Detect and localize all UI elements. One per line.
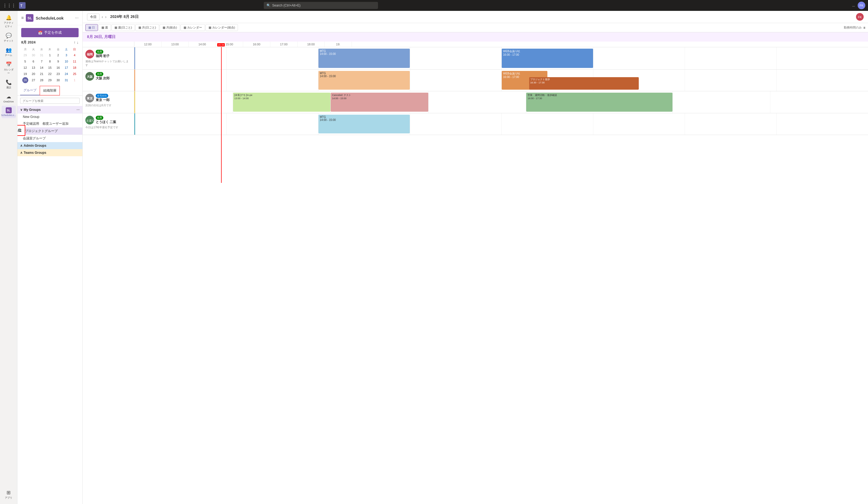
sidebar-item-teams[interactable]: 👥 チーム bbox=[2, 45, 16, 59]
cal-day[interactable]: 1 bbox=[47, 52, 53, 58]
activity-icon: 🔔 bbox=[6, 15, 12, 21]
grid-icon[interactable]: ⋮⋮⋮ bbox=[3, 3, 16, 8]
cal-day[interactable]: 29 bbox=[22, 52, 28, 58]
cal-day[interactable]: 5 bbox=[22, 59, 28, 64]
event-mtg-tohoku[interactable]: MTG14:00 - 15:00 bbox=[320, 115, 409, 122]
event-mtg-osaka[interactable]: MTG14:00 - 15:00 bbox=[320, 72, 409, 78]
cal-day[interactable]: 25 bbox=[72, 71, 78, 77]
event-web-fukuoka[interactable]: WEB会議 U社16:00 - 17:00 bbox=[503, 50, 592, 56]
current-date-label: 2024年 8月 26日 bbox=[110, 14, 138, 19]
next-date-button[interactable]: › bbox=[105, 15, 106, 19]
sidebar-item-chat[interactable]: 💬 チャット bbox=[2, 31, 16, 44]
group-item-meeting[interactable]: 会議室グループ bbox=[18, 135, 82, 142]
sidebar-item-calendar[interactable]: 📅 カレンダー bbox=[2, 60, 16, 77]
events-tohoku: MTG14:00 - 15:00 bbox=[134, 113, 868, 135]
cal-day[interactable]: 31 bbox=[63, 77, 69, 83]
cal-day[interactable]: 30 bbox=[30, 52, 37, 58]
cal-day[interactable]: 10 bbox=[63, 59, 69, 64]
cal-day[interactable]: 7 bbox=[39, 59, 44, 64]
group-list: ∨ My Groups ··· New Group 予定確認用 都度ユーザー追加… bbox=[18, 106, 82, 504]
cal-day[interactable]: 19 bbox=[22, 71, 28, 77]
cal-day[interactable]: 8 bbox=[47, 59, 53, 64]
cal-day[interactable]: 16 bbox=[55, 65, 61, 71]
chevron-down-icon: ∨ bbox=[20, 108, 23, 112]
cal-day[interactable]: 27 bbox=[30, 77, 37, 83]
teams-groups-header[interactable]: ∧ Teams Groups bbox=[18, 149, 82, 156]
person-status-tokyo: 在宅出社 東京 一郎 bbox=[96, 93, 110, 103]
sidebar-item-onedrive[interactable]: ☁ OneDrive bbox=[2, 92, 16, 105]
sidebar-item-calls[interactable]: 📞 通話 bbox=[2, 78, 16, 91]
cal-day[interactable]: 6 bbox=[30, 59, 37, 64]
my-groups-more-icon[interactable]: ··· bbox=[76, 108, 80, 112]
cal-day[interactable]: 3 bbox=[63, 52, 69, 58]
cal-day[interactable]: 30 bbox=[55, 77, 61, 83]
sidebar-item-schedulelook[interactable]: SL ScheduleLo... bbox=[2, 106, 16, 118]
tab-groups[interactable]: グループ bbox=[20, 86, 40, 95]
cal-day[interactable]: 18 bbox=[72, 65, 78, 71]
cal-day[interactable]: 2 bbox=[55, 52, 61, 58]
prev-date-button[interactable]: ‹ bbox=[102, 15, 103, 19]
sidebar-item-apps[interactable]: ⊞ アプリ bbox=[2, 488, 16, 501]
filter-icon[interactable]: ≡ bbox=[864, 26, 865, 30]
event-sales-tokyo[interactable]: 営業 週間活動・進捗確認16:00 - 17:30 bbox=[528, 93, 671, 100]
calendar-view-icon: ▦ bbox=[184, 26, 186, 29]
tab-week[interactable]: ▦ 週 bbox=[99, 24, 111, 31]
group-item-new[interactable]: New Group bbox=[18, 114, 82, 120]
cal-day[interactable]: 20 bbox=[30, 71, 37, 77]
cal-day[interactable]: 12 bbox=[22, 65, 28, 71]
tab-month-daily[interactable]: ▦ 月(日ごと) bbox=[135, 24, 159, 31]
create-event-button[interactable]: 📅 予定を作成 bbox=[21, 28, 79, 37]
view-tab-right: 勤務時間のみ ≡ bbox=[844, 25, 865, 30]
admin-groups-header[interactable]: ∧ Admin Groups bbox=[18, 142, 82, 149]
cal-dow-mon: 月 bbox=[21, 47, 29, 52]
main-content: 今日 ‹ › 2024年 8月 26日 FK ▦ 日 ▦ 週 ▦ 週(日ごと) … bbox=[83, 11, 868, 504]
cal-day[interactable]: 22 bbox=[47, 71, 53, 77]
my-groups-header[interactable]: ∨ My Groups ··· bbox=[18, 106, 82, 114]
chevron-up-icon: ∧ bbox=[20, 144, 23, 148]
status-tokyo: 在宅出社 bbox=[96, 94, 108, 98]
tab-month-combined[interactable]: ▦ 月(統合) bbox=[159, 24, 180, 31]
tab-week-daily[interactable]: ▦ 週(日ごと) bbox=[112, 24, 135, 31]
cal-day[interactable]: 23 bbox=[55, 71, 61, 77]
group-item-aproject[interactable]: Aプロジェクトグループ bbox=[18, 127, 82, 135]
cal-day[interactable]: 1 bbox=[72, 77, 78, 83]
user-avatar[interactable]: FK bbox=[858, 2, 865, 9]
cal-day-today[interactable]: 26 bbox=[22, 77, 28, 83]
sidebar-item-activity[interactable]: 🔔 アクティビティ bbox=[2, 13, 16, 30]
group-search-input[interactable] bbox=[20, 98, 80, 104]
cal-day[interactable]: 13 bbox=[30, 65, 37, 71]
content-header: 今日 ‹ › 2024年 8月 26日 FK bbox=[83, 11, 868, 23]
today-button[interactable]: 今日 bbox=[87, 13, 100, 20]
cal-next-btn[interactable]: ↓ bbox=[77, 40, 79, 44]
more-icon[interactable]: ... bbox=[852, 3, 855, 7]
tab-day[interactable]: ▦ 日 bbox=[85, 24, 98, 31]
cal-day[interactable]: 24 bbox=[63, 71, 69, 77]
cal-day[interactable]: 28 bbox=[39, 77, 44, 83]
cal-day[interactable]: 31 bbox=[39, 52, 44, 58]
header-right: FK bbox=[856, 13, 864, 21]
status-fukuoka: 在席 bbox=[96, 50, 103, 54]
event-mtg-fukuoka[interactable]: MTG14:00 - 15:00 bbox=[320, 50, 409, 55]
cal-day[interactable]: 14 bbox=[39, 65, 44, 71]
cal-prev-btn[interactable]: ↑ bbox=[74, 40, 75, 44]
tab-org[interactable]: 組織階層 bbox=[40, 86, 60, 95]
group-item-confirm[interactable]: 予定確認用 都度ユーザー追加 bbox=[18, 120, 82, 127]
cal-header: 8月 2024 ↑ ↓ bbox=[21, 40, 79, 45]
cal-day[interactable]: 4 bbox=[72, 52, 78, 58]
tab-calendar-combined[interactable]: ▦ カレンダー(統合) bbox=[206, 24, 238, 31]
cal-day[interactable]: 15 bbox=[47, 65, 53, 71]
event-demo-tokyo[interactable]: [未客]デモ [In-pe13:00 - 14:00 bbox=[235, 93, 329, 100]
hamburger-icon[interactable]: ≡ bbox=[21, 15, 24, 20]
event-canceled-tokyo[interactable]: Canceled: テスト14:00 - 15:00 bbox=[332, 93, 427, 100]
search-bar[interactable]: 🔍 Search (Ctrl+Alt+E) bbox=[264, 2, 378, 9]
cal-day[interactable]: 21 bbox=[39, 71, 44, 77]
cal-day[interactable]: 9 bbox=[55, 59, 61, 64]
cal-day[interactable]: 17 bbox=[63, 65, 69, 71]
cal-day[interactable]: 29 bbox=[47, 77, 53, 83]
tab-calendar[interactable]: ▦ カレンダー bbox=[180, 24, 205, 31]
event-project-osaka[interactable]: プロジェクト進捗16:30 - 17:30 bbox=[530, 78, 638, 84]
cal-day[interactable]: 11 bbox=[72, 59, 78, 64]
sidebar-more-icon[interactable]: ··· bbox=[75, 15, 79, 20]
group-search-container bbox=[18, 96, 82, 106]
top-bar-right: ... FK bbox=[852, 2, 865, 9]
